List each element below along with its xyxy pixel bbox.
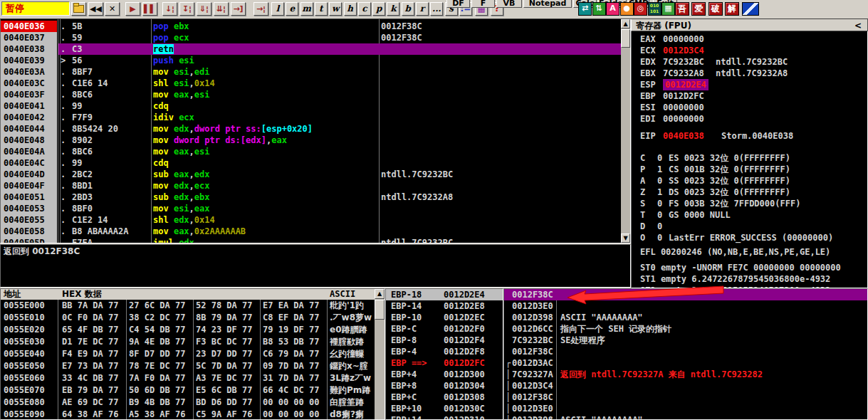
step-over-button[interactable]: ↧¦ — [179, 2, 194, 16]
swap-arrows-icon[interactable]: ⇄ — [578, 2, 592, 16]
collapse-button[interactable]: < — [854, 19, 862, 32]
ebp-row[interactable]: EBP-C0012D2F0 — [386, 323, 503, 335]
open-file-button[interactable] — [71, 2, 86, 16]
register-row-eip[interactable]: EIP0040E038Storm.0040E038 — [632, 130, 867, 142]
disasm-row[interactable]: 0040E044.8B5424 20mov edx,dword ptr ss:[… — [1, 123, 621, 135]
animate-into-button[interactable]: ⇓¦ — [197, 2, 211, 16]
disasm-scrollbar[interactable]: ▲ ▼ — [621, 19, 630, 243]
step-into-button[interactable]: ↓¦ — [162, 2, 177, 16]
disasm-row[interactable]: 0040E048.8902mov dword ptr ds:[edx],eax — [1, 135, 621, 146]
disasm-row[interactable]: 0040E053.8BF0mov esi,eax — [1, 203, 621, 214]
letter-button-l[interactable]: l — [271, 2, 284, 16]
register-row[interactable]: ESI00000000 — [632, 102, 867, 113]
disasm-row[interactable]: 0040E039>56push esi — [1, 55, 621, 66]
ebp-row[interactable]: EBP+100012D30C — [386, 403, 503, 414]
disasm-row[interactable]: 0040E03F.8BC6mov eax,esi — [1, 89, 621, 100]
letter-button-r[interactable]: r — [416, 2, 429, 16]
ebp-row[interactable]: EBP+140012D310 — [386, 414, 503, 420]
register-row[interactable]: ECX0012D3C4 — [632, 45, 867, 56]
dump-row[interactable]: 0055E0100C F0 DA 7738 C2 DC 778B 79 DA 7… — [1, 312, 374, 324]
flag-row[interactable]: C0ES 0023 32位 0(FFFFFFFF) — [632, 152, 867, 164]
disasm-row[interactable]: 0040E05D.F7EAimul edxntdll.7C9232BC — [1, 237, 621, 243]
scroll-up-icon[interactable]: ▲ — [375, 289, 385, 299]
letter-button-w[interactable]: w — [329, 2, 342, 16]
quick-button-df[interactable]: DF — [446, 0, 470, 8]
ebp-row[interactable]: EBP-140012D2E8 — [386, 300, 503, 312]
ebp-row[interactable]: EBP+40012D300 — [386, 369, 503, 380]
ebp-row[interactable]: EBP-40012D2F8 — [386, 346, 503, 357]
disasm-row[interactable]: 0040E04C.99cdq — [1, 157, 621, 169]
scrollbar-thumb[interactable] — [621, 29, 630, 48]
quick-button-vb[interactable]: VB — [496, 0, 522, 8]
pojie-button-3[interactable]: 解 — [725, 2, 739, 16]
letter-button-b[interactable]: b — [402, 2, 414, 16]
dump-row[interactable]: 0055E050E7 73 DA 7778 7E DC 775C 7D DA 7… — [1, 360, 374, 372]
ball-icon[interactable]: ● — [620, 2, 634, 16]
quick-button-f[interactable]: F — [471, 0, 495, 8]
scroll-down-icon[interactable]: ▼ — [621, 233, 630, 243]
disasm-row[interactable]: 0040E058.B8 ABAAAA2Amov eax,0x2AAAAAAB — [1, 226, 621, 237]
grid-icon[interactable]: ▦ — [662, 2, 675, 16]
restart-button[interactable]: ◀◀ — [88, 2, 103, 16]
dump-header-hex[interactable]: HEX 数据 — [62, 289, 102, 300]
stack-row[interactable]: 0012F38C — [504, 346, 867, 357]
letter-button-more[interactable]: ... — [430, 2, 443, 16]
dump-row[interactable]: 0055E070EB 79 DA 7750 6D DB 77E5 6C DB 7… — [1, 384, 374, 397]
stack-row[interactable]: │0012D398ASCII "AAAAAAAA" — [504, 414, 867, 420]
letter-button-p[interactable]: p — [372, 2, 385, 16]
dump-header-ascii[interactable]: ASCII — [330, 289, 355, 300]
register-row[interactable]: EBP0012D2FC — [632, 90, 867, 102]
up-down-icon[interactable]: ⇅ — [592, 2, 606, 16]
pojie-button-2[interactable]: 破 — [708, 2, 723, 16]
ebp-row[interactable]: EBP ==>0012D2FC — [386, 357, 503, 369]
letter-button-k[interactable]: k — [387, 2, 399, 16]
register-row[interactable]: EAX00000000 — [632, 33, 867, 45]
letter-button-c[interactable]: c — [358, 2, 371, 16]
binary-icon[interactable]: 010 101 — [648, 2, 662, 16]
stack-row[interactable]: │0012D3E0 — [504, 403, 867, 414]
letter-button-e[interactable]: e — [286, 2, 298, 16]
scrollbar-thumb[interactable] — [375, 300, 385, 320]
letter-button-h[interactable]: h — [344, 2, 357, 16]
stack-row[interactable]: │7C92327A返回到 ntdll.7C92327A 来自 ntdll.7C9… — [504, 369, 867, 380]
stack-row[interactable]: 0012D398ASCII "AAAAAAAA" — [504, 312, 867, 323]
letter-button-t[interactable]: t — [315, 2, 328, 16]
disasm-row[interactable]: 0040E03C.C1E6 14shl esi,0x14 — [1, 78, 621, 89]
dump-row[interactable]: 0055E09064 38 AF 76A5 38 AF 76C5 9A AF 7… — [1, 409, 374, 420]
stack-row[interactable]: │0012D3C4 — [504, 380, 867, 392]
quick-button-notepad[interactable]: Notepad — [523, 0, 572, 8]
register-row[interactable]: EBX7C9232A8ntdll.7C9232A8 — [632, 68, 867, 79]
letter-a-icon[interactable]: A — [606, 2, 619, 16]
register-row[interactable]: EDI00000000 — [632, 113, 867, 125]
stack-row[interactable]: 7C9232BCSE处理程序 — [504, 335, 867, 346]
stack-row[interactable]: ┌0012D3AC — [504, 357, 867, 369]
disasm-row[interactable]: 0040E04A.8BC6mov eax,esi — [1, 146, 621, 157]
dump-row[interactable]: 0055E080AE 69 DC 77B9 4B DB 77BD D6 DD 7… — [1, 397, 374, 409]
pojie-button-1[interactable]: 爱 — [691, 2, 706, 16]
flag-row[interactable]: P1CS 001B 32位 0(FFFFFFFF) — [632, 164, 867, 175]
disasm-row[interactable]: 0040E038.C3retn — [1, 43, 621, 55]
disasm-row[interactable]: 0040E042.F7F9idiv ecx — [1, 112, 621, 123]
blue-stripe-icon[interactable] — [742, 2, 759, 16]
ebp-row[interactable]: EBP-100012D2EC — [386, 312, 503, 323]
dump-row[interactable]: 0055E000BB 7A DA 7727 6C DA 7752 78 DA 7… — [1, 300, 374, 312]
stack-row[interactable]: │0012F38C — [504, 392, 867, 403]
disasm-row[interactable]: 0040E036.5Bpop ebx0012F38C — [1, 21, 621, 32]
flag-row[interactable]: S0FS 003B 32位 7FFDD000(FFF) — [632, 198, 867, 209]
dump-row[interactable]: 0055E02065 4F DB 77C4 54 DB 7774 23 DF 7… — [1, 324, 374, 336]
pojie-button-0[interactable]: 吾 — [675, 2, 689, 16]
flag-row[interactable]: T0GS 0000 NULL — [632, 209, 867, 221]
flag-row[interactable]: D0 — [632, 221, 867, 232]
flag-row[interactable]: Z1DS 0023 32位 0(FFFFFFFF) — [632, 187, 867, 198]
disasm-row[interactable]: 0040E03A.8BF7mov esi,edi — [1, 66, 621, 78]
disasm-row[interactable]: 0040E04D.2BC2sub eax,edxntdll.7C9232BC — [1, 169, 621, 180]
pause-button[interactable]: ▌▌ — [142, 2, 157, 16]
fpu-row[interactable]: ST0 empty -UNORM FE7C 00000000 00000000 — [640, 262, 868, 273]
dump-scrollbar[interactable]: ▲ — [375, 289, 385, 419]
ebp-row[interactable]: EBP-180012D2E4 — [386, 289, 503, 300]
dump-header-address[interactable]: 地址 — [4, 289, 21, 300]
stack-row[interactable]: 0012D6CC指向下一个 SEH 记录的指针 — [504, 323, 867, 335]
scroll-up-icon[interactable]: ▲ — [621, 19, 630, 28]
target-icon[interactable]: ◎ — [634, 2, 647, 16]
disasm-row[interactable]: 0040E037.59pop ecx0012F38C — [1, 32, 621, 43]
